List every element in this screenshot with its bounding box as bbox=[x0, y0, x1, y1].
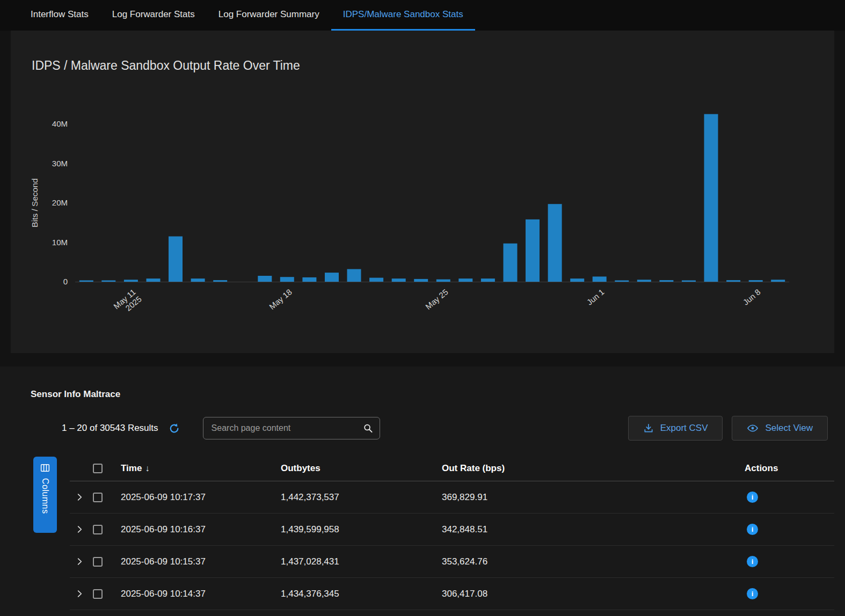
sort-desc-icon[interactable]: ↓ bbox=[145, 464, 149, 473]
tab-log-forwarder-summary[interactable]: Log Forwarder Summary bbox=[207, 0, 331, 31]
table-row: 2025-06-09 10:15:371,437,028,431353,624.… bbox=[70, 546, 834, 578]
columns-button[interactable]: Columns bbox=[33, 457, 57, 533]
header-out-rate[interactable]: Out Rate (bps) bbox=[442, 463, 745, 474]
search-input[interactable] bbox=[203, 417, 380, 439]
svg-text:30M: 30M bbox=[52, 159, 68, 168]
info-icon[interactable]: i bbox=[747, 588, 758, 599]
time-cell: 2025-06-09 10:15:37 bbox=[121, 556, 281, 567]
select-view-button[interactable]: Select View bbox=[732, 416, 828, 441]
tab-interflow-stats[interactable]: Interflow Stats bbox=[19, 0, 100, 31]
svg-text:Jun 1: Jun 1 bbox=[585, 287, 606, 307]
row-checkbox[interactable] bbox=[93, 525, 103, 534]
tab-bar: Interflow Stats Log Forwarder Stats Log … bbox=[0, 0, 845, 31]
svg-text:10M: 10M bbox=[52, 238, 68, 247]
time-cell: 2025-06-09 10:17:37 bbox=[121, 492, 281, 503]
header-time-label: Time bbox=[121, 463, 142, 474]
header-checkbox-cell bbox=[91, 463, 121, 474]
header-actions: Actions bbox=[745, 463, 834, 474]
export-csv-button[interactable]: Export CSV bbox=[628, 416, 723, 441]
outbytes-cell: 1,437,028,431 bbox=[281, 556, 442, 567]
out-rate-cell: 342,848.51 bbox=[442, 524, 745, 535]
eye-icon bbox=[747, 422, 759, 434]
chart-title: IDPS / Malware Sandbox Output Rate Over … bbox=[32, 57, 824, 74]
svg-text:40M: 40M bbox=[52, 119, 68, 128]
table-body: 2025-06-09 10:17:371,442,373,537369,829.… bbox=[70, 481, 834, 610]
out-rate-cell: 353,624.76 bbox=[442, 556, 745, 567]
export-csv-label: Export CSV bbox=[660, 423, 708, 434]
table-row: 2025-06-09 10:16:371,439,599,958342,848.… bbox=[70, 514, 834, 546]
select-all-checkbox[interactable] bbox=[93, 464, 103, 473]
outbytes-cell: 1,442,373,537 bbox=[281, 492, 442, 503]
svg-text:0: 0 bbox=[63, 277, 68, 286]
results-table: Time ↓ Outbytes Out Rate (bps) Actions 2… bbox=[70, 456, 834, 610]
sensor-info-panel: Sensor Info Maltrace 1 – 20 of 30543 Res… bbox=[0, 366, 845, 616]
row-expand-chevron-icon[interactable] bbox=[70, 589, 91, 598]
time-cell: 2025-06-09 10:16:37 bbox=[121, 524, 281, 535]
header-time[interactable]: Time ↓ bbox=[121, 463, 281, 474]
outbytes-cell: 1,434,376,345 bbox=[281, 589, 442, 599]
download-icon bbox=[643, 423, 654, 434]
section-title: Sensor Info Maltrace bbox=[31, 389, 834, 400]
chart-panel: IDPS / Malware Sandbox Output Rate Over … bbox=[11, 31, 834, 353]
refresh-icon bbox=[168, 422, 180, 435]
select-view-label: Select View bbox=[765, 423, 813, 434]
tab-log-forwarder-stats[interactable]: Log Forwarder Stats bbox=[100, 0, 207, 31]
tab-idps-malware-sandbox-stats[interactable]: IDPS/Malware Sandbox Stats bbox=[331, 0, 475, 31]
row-expand-chevron-icon[interactable] bbox=[70, 557, 91, 566]
row-checkbox[interactable] bbox=[93, 589, 103, 599]
table-toolbar: 1 – 20 of 30543 Results Export CSV bbox=[11, 416, 834, 441]
out-rate-cell: 369,829.91 bbox=[442, 492, 745, 503]
table-area: Columns Time ↓ Outbytes Out Rate (bps) A… bbox=[11, 456, 834, 610]
table-header-row: Time ↓ Outbytes Out Rate (bps) Actions bbox=[70, 456, 834, 481]
header-outbytes[interactable]: Outbytes bbox=[281, 463, 442, 474]
table-row: 2025-06-09 10:17:371,442,373,537369,829.… bbox=[70, 481, 834, 514]
out-rate-cell: 306,417.08 bbox=[442, 589, 745, 599]
svg-text:May 18: May 18 bbox=[267, 287, 294, 311]
row-checkbox[interactable] bbox=[93, 493, 103, 502]
info-icon[interactable]: i bbox=[747, 556, 758, 567]
info-icon[interactable]: i bbox=[747, 492, 758, 503]
row-expand-chevron-icon[interactable] bbox=[70, 525, 91, 534]
columns-icon bbox=[40, 463, 50, 473]
svg-text:Jun 8: Jun 8 bbox=[741, 287, 762, 307]
output-rate-bar-chart: Bits / Second010M20M30M40MMay 112025May … bbox=[21, 88, 824, 340]
results-summary: 1 – 20 of 30543 Results bbox=[62, 423, 158, 434]
row-checkbox[interactable] bbox=[93, 557, 103, 567]
svg-text:Bits / Second: Bits / Second bbox=[30, 178, 39, 227]
row-expand-chevron-icon[interactable] bbox=[70, 493, 91, 502]
time-cell: 2025-06-09 10:14:37 bbox=[121, 589, 281, 599]
svg-text:20M: 20M bbox=[52, 198, 68, 207]
columns-button-label: Columns bbox=[40, 478, 50, 514]
table-row: 2025-06-09 10:14:371,434,376,345306,417.… bbox=[70, 578, 834, 610]
search-box bbox=[203, 417, 380, 439]
refresh-button[interactable] bbox=[168, 422, 180, 435]
outbytes-cell: 1,439,599,958 bbox=[281, 524, 442, 535]
svg-text:May 25: May 25 bbox=[424, 287, 450, 311]
info-icon[interactable]: i bbox=[747, 524, 758, 535]
search-icon[interactable] bbox=[363, 423, 373, 434]
